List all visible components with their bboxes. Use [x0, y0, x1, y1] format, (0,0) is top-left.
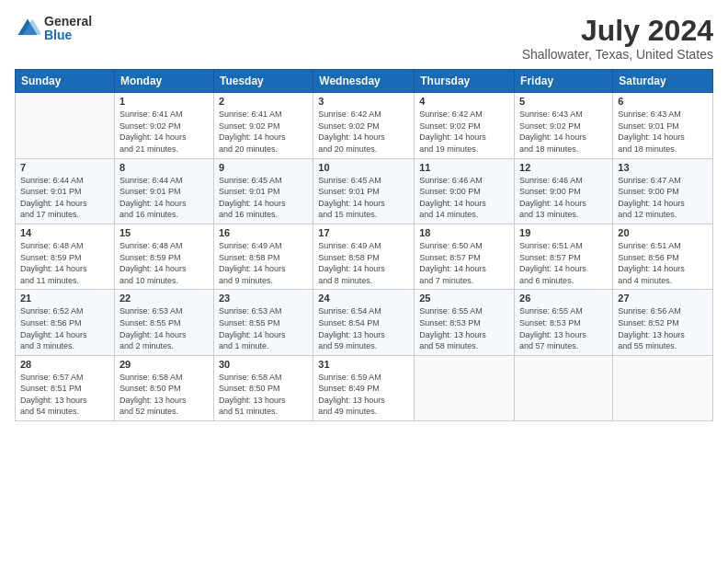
weekday-header: Thursday	[415, 70, 515, 93]
day-number: 23	[219, 293, 308, 304]
day-number: 27	[618, 293, 708, 304]
day-info: Sunrise: 6:54 AMSunset: 8:54 PMDaylight:…	[318, 305, 409, 351]
calendar-cell: 26Sunrise: 6:55 AMSunset: 8:53 PMDayligh…	[515, 290, 613, 355]
header: General Blue July 2024 Shallowater, Texa…	[15, 15, 713, 62]
day-info: Sunrise: 6:42 AMSunset: 9:02 PMDaylight:…	[318, 109, 409, 155]
day-number: 18	[419, 227, 509, 238]
day-number: 14	[20, 227, 109, 238]
day-info: Sunrise: 6:47 AMSunset: 9:00 PMDaylight:…	[618, 175, 708, 221]
calendar-cell: 9Sunrise: 6:45 AMSunset: 9:01 PMDaylight…	[213, 158, 313, 224]
day-number: 25	[419, 293, 509, 304]
day-number: 26	[519, 293, 608, 304]
day-info: Sunrise: 6:58 AMSunset: 8:50 PMDaylight:…	[119, 372, 209, 418]
calendar-week-row: 14Sunrise: 6:48 AMSunset: 8:59 PMDayligh…	[16, 224, 713, 289]
day-number: 20	[618, 227, 708, 238]
day-info: Sunrise: 6:44 AMSunset: 9:01 PMDaylight:…	[119, 175, 209, 221]
day-info: Sunrise: 6:45 AMSunset: 9:01 PMDaylight:…	[318, 175, 409, 221]
day-info: Sunrise: 6:50 AMSunset: 8:57 PMDaylight:…	[419, 240, 509, 286]
day-number: 24	[318, 293, 409, 304]
calendar-cell: 18Sunrise: 6:50 AMSunset: 8:57 PMDayligh…	[415, 224, 515, 289]
calendar-week-row: 1Sunrise: 6:41 AMSunset: 9:02 PMDaylight…	[16, 93, 713, 158]
calendar-cell: 25Sunrise: 6:55 AMSunset: 8:53 PMDayligh…	[415, 290, 515, 355]
location: Shallowater, Texas, United States	[522, 47, 713, 62]
logo-icon	[15, 16, 40, 41]
day-info: Sunrise: 6:46 AMSunset: 9:00 PMDaylight:…	[519, 175, 608, 221]
weekday-header: Saturday	[613, 70, 713, 93]
calendar-cell: 30Sunrise: 6:58 AMSunset: 8:50 PMDayligh…	[213, 355, 313, 420]
day-info: Sunrise: 6:57 AMSunset: 8:51 PMDaylight:…	[20, 372, 109, 418]
weekday-header: Wednesday	[313, 70, 415, 93]
day-number: 19	[519, 227, 608, 238]
calendar-cell: 7Sunrise: 6:44 AMSunset: 9:01 PMDaylight…	[16, 158, 115, 224]
day-number: 7	[20, 162, 109, 173]
day-number: 15	[119, 227, 209, 238]
calendar-cell: 22Sunrise: 6:53 AMSunset: 8:55 PMDayligh…	[114, 290, 213, 355]
day-number: 10	[318, 162, 409, 173]
day-number: 28	[20, 359, 109, 370]
day-info: Sunrise: 6:55 AMSunset: 8:53 PMDaylight:…	[519, 305, 608, 351]
day-number: 3	[318, 96, 409, 107]
calendar-cell: 23Sunrise: 6:53 AMSunset: 8:55 PMDayligh…	[213, 290, 313, 355]
calendar-cell	[515, 355, 613, 420]
calendar-cell: 2Sunrise: 6:41 AMSunset: 9:02 PMDaylight…	[213, 93, 313, 158]
calendar-cell: 11Sunrise: 6:46 AMSunset: 9:00 PMDayligh…	[415, 158, 515, 224]
calendar-cell: 8Sunrise: 6:44 AMSunset: 9:01 PMDaylight…	[114, 158, 213, 224]
day-number: 5	[519, 96, 608, 107]
day-info: Sunrise: 6:52 AMSunset: 8:56 PMDaylight:…	[20, 305, 109, 351]
day-info: Sunrise: 6:49 AMSunset: 8:58 PMDaylight:…	[219, 240, 308, 286]
logo-text: General Blue	[44, 15, 92, 43]
weekday-header: Monday	[114, 70, 213, 93]
calendar-cell: 21Sunrise: 6:52 AMSunset: 8:56 PMDayligh…	[16, 290, 115, 355]
day-number: 17	[318, 227, 409, 238]
day-info: Sunrise: 6:56 AMSunset: 8:52 PMDaylight:…	[618, 305, 708, 351]
day-info: Sunrise: 6:43 AMSunset: 9:02 PMDaylight:…	[519, 109, 608, 155]
header-row: SundayMondayTuesdayWednesdayThursdayFrid…	[16, 70, 713, 93]
month-year: July 2024	[522, 15, 713, 47]
weekday-header: Friday	[515, 70, 613, 93]
day-number: 29	[119, 359, 209, 370]
calendar-cell: 4Sunrise: 6:42 AMSunset: 9:02 PMDaylight…	[415, 93, 515, 158]
calendar-cell: 24Sunrise: 6:54 AMSunset: 8:54 PMDayligh…	[313, 290, 415, 355]
day-info: Sunrise: 6:45 AMSunset: 9:01 PMDaylight:…	[219, 175, 308, 221]
day-number: 8	[119, 162, 209, 173]
day-info: Sunrise: 6:51 AMSunset: 8:56 PMDaylight:…	[618, 240, 708, 286]
day-number: 4	[419, 96, 509, 107]
day-info: Sunrise: 6:41 AMSunset: 9:02 PMDaylight:…	[119, 109, 209, 155]
day-info: Sunrise: 6:59 AMSunset: 8:49 PMDaylight:…	[318, 372, 409, 418]
weekday-header: Tuesday	[213, 70, 313, 93]
calendar-cell	[613, 355, 713, 420]
calendar-cell: 6Sunrise: 6:43 AMSunset: 9:01 PMDaylight…	[613, 93, 713, 158]
day-number: 11	[419, 162, 509, 173]
day-info: Sunrise: 6:41 AMSunset: 9:02 PMDaylight:…	[219, 109, 308, 155]
day-info: Sunrise: 6:48 AMSunset: 8:59 PMDaylight:…	[20, 240, 109, 286]
calendar-cell: 5Sunrise: 6:43 AMSunset: 9:02 PMDaylight…	[515, 93, 613, 158]
calendar-week-row: 28Sunrise: 6:57 AMSunset: 8:51 PMDayligh…	[16, 355, 713, 420]
calendar-cell: 15Sunrise: 6:48 AMSunset: 8:59 PMDayligh…	[114, 224, 213, 289]
calendar-cell: 28Sunrise: 6:57 AMSunset: 8:51 PMDayligh…	[16, 355, 115, 420]
day-number: 16	[219, 227, 308, 238]
calendar-cell: 17Sunrise: 6:49 AMSunset: 8:58 PMDayligh…	[313, 224, 415, 289]
day-info: Sunrise: 6:58 AMSunset: 8:50 PMDaylight:…	[219, 372, 308, 418]
day-number: 2	[219, 96, 308, 107]
day-info: Sunrise: 6:42 AMSunset: 9:02 PMDaylight:…	[419, 109, 509, 155]
title-area: July 2024 Shallowater, Texas, United Sta…	[522, 15, 713, 62]
calendar-cell: 14Sunrise: 6:48 AMSunset: 8:59 PMDayligh…	[16, 224, 115, 289]
day-number: 9	[219, 162, 308, 173]
day-number: 30	[219, 359, 308, 370]
day-number: 6	[618, 96, 708, 107]
day-info: Sunrise: 6:49 AMSunset: 8:58 PMDaylight:…	[318, 240, 409, 286]
calendar-cell: 27Sunrise: 6:56 AMSunset: 8:52 PMDayligh…	[613, 290, 713, 355]
calendar-table: SundayMondayTuesdayWednesdayThursdayFrid…	[15, 69, 713, 421]
calendar-cell: 20Sunrise: 6:51 AMSunset: 8:56 PMDayligh…	[613, 224, 713, 289]
calendar-week-row: 7Sunrise: 6:44 AMSunset: 9:01 PMDaylight…	[16, 158, 713, 224]
day-info: Sunrise: 6:53 AMSunset: 8:55 PMDaylight:…	[219, 305, 308, 351]
calendar-week-row: 21Sunrise: 6:52 AMSunset: 8:56 PMDayligh…	[16, 290, 713, 355]
day-number: 22	[119, 293, 209, 304]
day-number: 12	[519, 162, 608, 173]
logo-line1: General	[44, 15, 92, 29]
day-info: Sunrise: 6:43 AMSunset: 9:01 PMDaylight:…	[618, 109, 708, 155]
day-number: 31	[318, 359, 409, 370]
calendar-cell: 29Sunrise: 6:58 AMSunset: 8:50 PMDayligh…	[114, 355, 213, 420]
weekday-header: Sunday	[16, 70, 115, 93]
calendar-cell: 12Sunrise: 6:46 AMSunset: 9:00 PMDayligh…	[515, 158, 613, 224]
